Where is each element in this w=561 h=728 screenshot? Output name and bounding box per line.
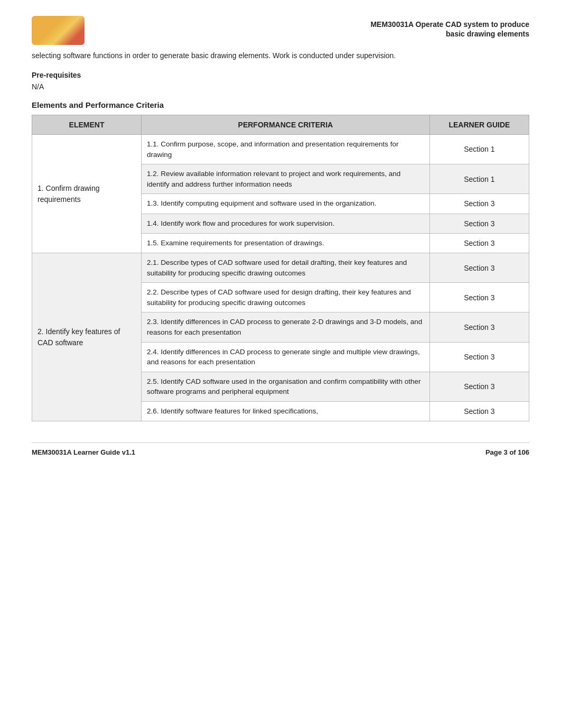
guide-cell: Section 1 (429, 164, 529, 194)
guide-cell: Section 3 (429, 312, 529, 342)
criteria-cell: 2.4. Identify differences in CAD process… (142, 342, 430, 372)
guide-cell: Section 3 (429, 233, 529, 253)
guide-cell: Section 1 (429, 135, 529, 164)
logo-image (32, 16, 85, 45)
elements-table: ELEMENT PERFORMANCE CRITERIA LEARNER GUI… (32, 115, 529, 421)
element-cell: 1. Confirm drawing requirements (32, 135, 142, 253)
guide-cell: Section 3 (429, 194, 529, 214)
page-footer: MEM30031A Learner Guide v1.1 Page 3 of 1… (32, 443, 529, 456)
guide-cell: Section 3 (429, 342, 529, 372)
col-header-guide: LEARNER GUIDE (429, 115, 529, 135)
criteria-cell: 1.5. Examine requirements for presentati… (142, 233, 430, 253)
footer-left: MEM30031A Learner Guide v1.1 (32, 448, 135, 456)
criteria-cell: 1.3. Identify computing equipment and so… (142, 194, 430, 214)
header-title-area: MEM30031A Operate CAD system to produce … (100, 16, 529, 38)
prerequisites-heading: Pre-requisites (32, 71, 529, 79)
page-header: MEM30031A Operate CAD system to produce … (32, 16, 529, 45)
guide-cell: Section 3 (429, 372, 529, 401)
criteria-cell: 1.1. Confirm purpose, scope, and informa… (142, 135, 430, 164)
table-row: 1. Confirm drawing requirements1.1. Conf… (32, 135, 529, 164)
criteria-cell: 1.4. Identify work flow and procedures f… (142, 214, 430, 233)
criteria-cell: 2.2. Describe types of CAD software used… (142, 283, 430, 312)
table-section-heading: Elements and Performance Criteria (32, 100, 529, 109)
header-title-line1: MEM30031A Operate CAD system to produce (100, 20, 529, 29)
criteria-cell: 2.6. Identify software features for link… (142, 401, 430, 421)
criteria-cell: 2.5. Identify CAD software used in the o… (142, 372, 430, 401)
guide-cell: Section 3 (429, 253, 529, 283)
intro-text: selecting software functions in order to… (32, 50, 529, 61)
guide-cell: Section 3 (429, 401, 529, 421)
col-header-criteria: PERFORMANCE CRITERIA (142, 115, 430, 135)
guide-cell: Section 3 (429, 283, 529, 312)
footer-right: Page 3 of 106 (485, 448, 529, 456)
criteria-cell: 1.2. Review available information releva… (142, 164, 430, 194)
prerequisites-value: N/A (32, 82, 529, 91)
logo-area (32, 16, 100, 45)
element-cell: 2. Identify key features of CAD software (32, 253, 142, 421)
criteria-cell: 2.3. Identify differences in CAD process… (142, 312, 430, 342)
table-header-row: ELEMENT PERFORMANCE CRITERIA LEARNER GUI… (32, 115, 529, 135)
header-subtitle: basic drawing elements (100, 30, 529, 38)
col-header-element: ELEMENT (32, 115, 142, 135)
guide-cell: Section 3 (429, 214, 529, 233)
criteria-cell: 2.1. Describe types of CAD software used… (142, 253, 430, 283)
table-row: 2. Identify key features of CAD software… (32, 253, 529, 283)
